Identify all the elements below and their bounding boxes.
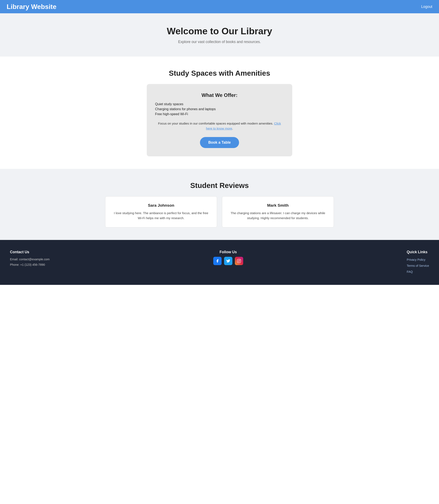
reviews-section: Student Reviews Sara Johnson I love stud…: [0, 169, 439, 240]
facebook-icon[interactable]: [213, 257, 221, 265]
hero-section: Welcome to Our Library Explore our vast …: [0, 13, 439, 57]
amenities-title: What We Offer:: [155, 92, 284, 98]
terms-of-service-link[interactable]: Terms of Service: [407, 263, 429, 269]
contact-email: Email: contact@example.com: [10, 257, 50, 262]
study-heading: Study Spaces with Amenities: [4, 69, 435, 77]
links-heading: Quick Links: [407, 250, 429, 254]
study-section: Study Spaces with Amenities What We Offe…: [0, 57, 439, 169]
instagram-icon[interactable]: [235, 257, 243, 265]
reviewer-name-2: Mark Smith: [228, 203, 328, 208]
review-card-2: Mark Smith The charging stations are a l…: [222, 196, 334, 228]
book-table-button[interactable]: Book a Table: [200, 137, 239, 148]
footer-links: Quick Links Privacy Policy Terms of Serv…: [407, 250, 429, 275]
amenities-card: What We Offer: Quiet study spaces Chargi…: [147, 84, 292, 156]
navbar: Library Website Logout: [0, 0, 439, 13]
review-text-1: I love studying here. The ambiance is pe…: [111, 211, 211, 221]
social-icons: [213, 257, 243, 265]
reviews-heading: Student Reviews: [7, 181, 432, 190]
reviewer-name-1: Sara Johnson: [111, 203, 211, 208]
follow-heading: Follow Us: [213, 250, 243, 254]
amenity-item: Charging stations for phones and laptops: [155, 107, 284, 111]
svg-rect-0: [237, 259, 241, 263]
hero-heading: Welcome to Our Library: [4, 26, 435, 37]
footer-contact: Contact Us Email: contact@example.com Ph…: [10, 250, 50, 268]
footer-follow: Follow Us: [213, 250, 243, 265]
faq-link[interactable]: FAQ: [407, 269, 429, 275]
site-title: Library Website: [7, 3, 56, 11]
reviews-grid: Sara Johnson I love studying here. The a…: [105, 196, 334, 228]
hero-subtext: Explore our vast collection of books and…: [4, 40, 435, 44]
amenity-item: Quiet study spaces: [155, 102, 284, 106]
amenities-description: Focus on your studies in our comfortable…: [155, 121, 284, 131]
amenities-list: Quiet study spaces Charging stations for…: [155, 102, 284, 116]
amenity-item: Free high-speed Wi-Fi: [155, 112, 284, 116]
twitter-icon[interactable]: [224, 257, 232, 265]
review-text-2: The charging stations are a lifesaver. I…: [228, 211, 328, 221]
logout-button[interactable]: Logout: [421, 5, 432, 9]
privacy-policy-link[interactable]: Privacy Policy: [407, 257, 429, 263]
review-card-1: Sara Johnson I love studying here. The a…: [105, 196, 217, 228]
contact-phone: Phone: +1 (123) 456-7890: [10, 262, 50, 268]
footer: Contact Us Email: contact@example.com Ph…: [0, 240, 439, 285]
contact-heading: Contact Us: [10, 250, 50, 254]
